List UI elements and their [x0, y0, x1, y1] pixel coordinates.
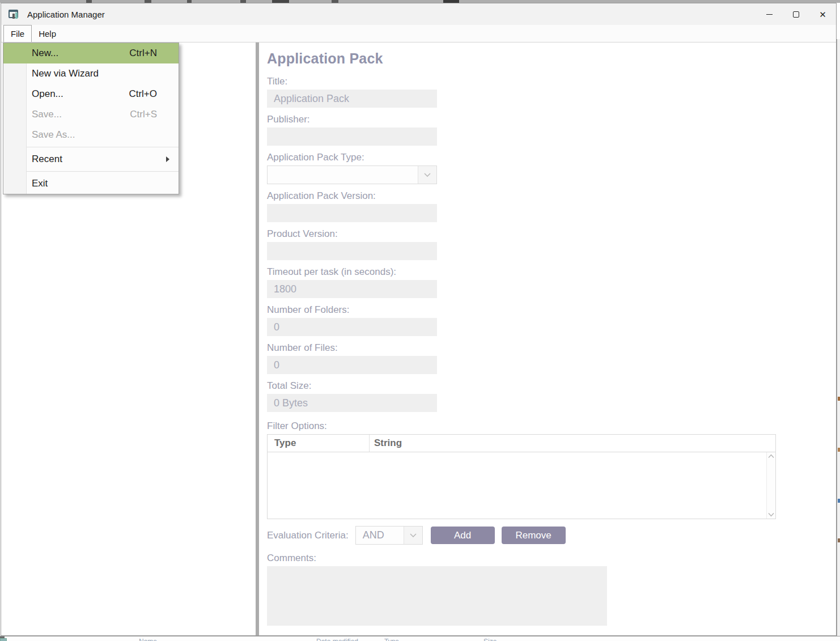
pack-version-input[interactable]: [267, 204, 437, 222]
menu-item-label: New via Wizard: [32, 68, 99, 79]
field-product-version: Product Version:: [267, 228, 836, 260]
menubar: File Help: [1, 25, 836, 43]
field-timeout: Timeout per task (in seconds):: [267, 266, 836, 298]
field-num-folders: Number of Folders:: [267, 304, 836, 336]
menu-file[interactable]: File: [3, 25, 32, 42]
titlebar: Application Manager ✕: [1, 3, 836, 25]
column-header-string[interactable]: String: [370, 438, 402, 449]
field-num-files: Number of Files:: [267, 342, 836, 374]
menu-item-shortcut: Ctrl+S: [130, 109, 171, 120]
product-version-label: Product Version:: [267, 228, 836, 240]
chevron-down-icon: [410, 533, 417, 537]
menu-item-shortcut: Ctrl+O: [129, 88, 171, 100]
background-file-icon: [0, 638, 7, 641]
menu-item-label: Save As...: [32, 129, 75, 141]
close-icon: ✕: [819, 10, 826, 19]
evaluation-criteria-select[interactable]: AND: [355, 526, 423, 545]
num-folders-label: Number of Folders:: [267, 304, 836, 316]
menu-item-label: New...: [32, 48, 58, 59]
remove-button[interactable]: Remove: [502, 527, 566, 544]
background-column-size: Size: [483, 638, 497, 641]
maximize-button[interactable]: [783, 3, 809, 25]
background-column-name: Name: [139, 638, 157, 641]
product-version-input[interactable]: [267, 242, 437, 260]
evaluation-dropdown-button[interactable]: [404, 527, 422, 544]
evaluation-criteria-label: Evaluation Criteria:: [267, 530, 349, 541]
scroll-up-icon[interactable]: [768, 454, 774, 459]
application-pack-form: Application Pack Title: Publisher: Appli…: [259, 43, 836, 635]
column-header-type[interactable]: Type: [268, 435, 370, 452]
filter-table-body[interactable]: [268, 452, 775, 519]
menu-separator: [27, 171, 179, 172]
field-title: Title:: [267, 76, 836, 108]
menu-item-label: Save...: [32, 109, 62, 120]
background-window-right-edge: [837, 39, 840, 636]
field-total-size: Total Size:: [267, 380, 836, 412]
field-pack-type: Application Pack Type:: [267, 152, 836, 184]
pack-type-label: Application Pack Type:: [267, 152, 836, 163]
evaluation-row: Evaluation Criteria: AND Add Remove: [267, 526, 836, 545]
minimize-icon: [766, 14, 773, 15]
comments-textarea[interactable]: [267, 566, 607, 626]
pack-type-dropdown-button[interactable]: [418, 166, 436, 184]
evaluation-criteria-value: AND: [356, 529, 404, 541]
field-pack-version: Application Pack Version:: [267, 190, 836, 222]
publisher-input[interactable]: [267, 128, 437, 146]
scroll-down-icon[interactable]: [768, 512, 774, 517]
maximize-icon: [793, 11, 799, 18]
form-heading: Application Pack: [267, 50, 836, 67]
num-files-label: Number of Files:: [267, 342, 836, 354]
menu-item-open[interactable]: Open... Ctrl+O: [3, 84, 179, 104]
menu-item-label: Recent: [32, 154, 62, 165]
menu-item-shortcut: Ctrl+N: [129, 48, 171, 59]
screen: Application Manager ✕ File Help Applicat…: [0, 0, 840, 641]
title-label: Title:: [267, 76, 836, 87]
comments-label: Comments:: [267, 553, 836, 564]
publisher-label: Publisher:: [267, 114, 836, 125]
window-title: Application Manager: [27, 10, 105, 19]
title-input[interactable]: [267, 90, 437, 108]
menu-item-exit[interactable]: Exit: [3, 173, 179, 194]
background-column-date-modified: Date modified: [316, 638, 358, 641]
pack-version-label: Application Pack Version:: [267, 190, 836, 202]
menu-separator: [27, 147, 179, 147]
menu-help[interactable]: Help: [32, 25, 63, 42]
window-controls: ✕: [756, 3, 836, 25]
filter-options-table: Type String: [267, 434, 776, 519]
pack-type-select[interactable]: [267, 165, 437, 184]
menu-item-new[interactable]: New... Ctrl+N: [3, 43, 179, 63]
num-files-input[interactable]: [267, 356, 437, 374]
total-size-input[interactable]: [267, 394, 437, 412]
filter-table-header: Type String: [268, 435, 775, 452]
submenu-arrow-icon: [166, 156, 169, 162]
table-scrollbar[interactable]: [766, 452, 775, 519]
field-publisher: Publisher:: [267, 114, 836, 146]
timeout-input[interactable]: [267, 280, 437, 298]
num-folders-input[interactable]: [267, 318, 437, 336]
file-menu-dropdown: New... Ctrl+N New via Wizard Open... Ctr…: [3, 43, 179, 194]
app-icon: [9, 10, 19, 19]
background-window-bottom-edge: Name Date modified Type Size: [0, 636, 840, 641]
background-column-type: Type: [384, 638, 399, 641]
timeout-label: Timeout per task (in seconds):: [267, 266, 836, 278]
menu-item-label: Open...: [32, 88, 63, 100]
minimize-button[interactable]: [756, 3, 783, 25]
total-size-label: Total Size:: [267, 380, 836, 392]
menu-item-label: Exit: [32, 178, 48, 189]
close-button[interactable]: ✕: [809, 3, 836, 25]
filter-options-label: Filter Options:: [267, 421, 836, 432]
chevron-down-icon: [424, 173, 431, 177]
menu-item-save-as[interactable]: Save As...: [3, 125, 179, 145]
add-button[interactable]: Add: [431, 527, 495, 544]
menu-item-recent[interactable]: Recent: [3, 149, 179, 169]
menu-item-new-via-wizard[interactable]: New via Wizard: [3, 63, 179, 84]
menu-item-save[interactable]: Save... Ctrl+S: [3, 104, 179, 125]
